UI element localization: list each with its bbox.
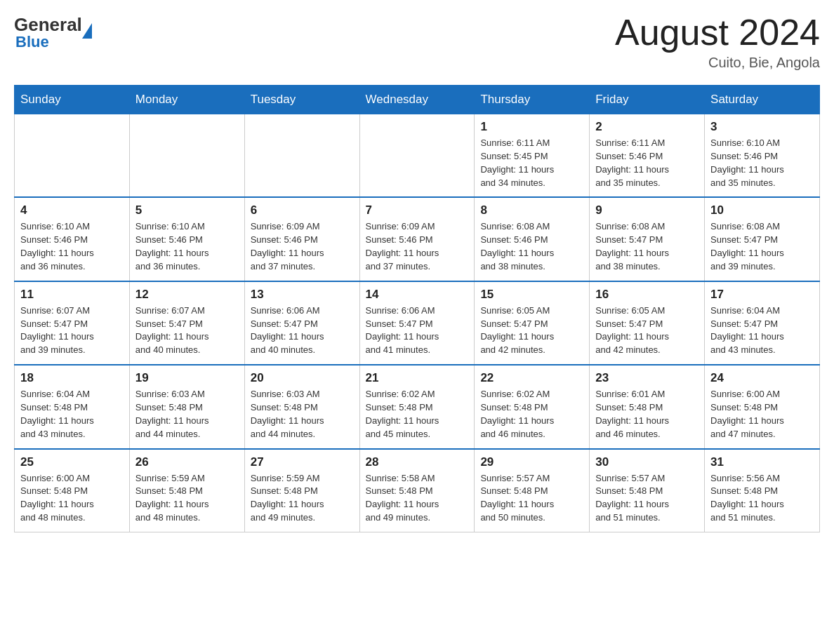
page-header: General Blue August 2024 Cuito, Bie, Ang… bbox=[14, 14, 820, 71]
day-number: 30 bbox=[595, 455, 699, 469]
day-info: Sunrise: 6:10 AM Sunset: 5:46 PM Dayligh… bbox=[135, 221, 209, 271]
calendar-day-cell: 21Sunrise: 6:02 AM Sunset: 5:48 PM Dayli… bbox=[359, 365, 475, 448]
day-number: 2 bbox=[595, 120, 699, 134]
day-info: Sunrise: 5:56 AM Sunset: 5:48 PM Dayligh… bbox=[710, 473, 784, 523]
day-info: Sunrise: 6:10 AM Sunset: 5:46 PM Dayligh… bbox=[20, 221, 94, 271]
day-number: 18 bbox=[20, 371, 124, 385]
day-number: 1 bbox=[480, 120, 583, 134]
logo: General Blue bbox=[14, 14, 92, 51]
day-info: Sunrise: 6:06 AM Sunset: 5:47 PM Dayligh… bbox=[251, 305, 324, 356]
calendar-day-cell: 20Sunrise: 6:03 AM Sunset: 5:48 PM Dayli… bbox=[244, 365, 359, 448]
calendar-week-row: 18Sunrise: 6:04 AM Sunset: 5:48 PM Dayli… bbox=[15, 365, 820, 448]
day-number: 9 bbox=[595, 203, 699, 217]
title-block: August 2024 Cuito, Bie, Angola bbox=[615, 14, 820, 71]
day-info: Sunrise: 6:07 AM Sunset: 5:47 PM Dayligh… bbox=[135, 305, 209, 356]
calendar-day-cell: 17Sunrise: 6:04 AM Sunset: 5:47 PM Dayli… bbox=[705, 281, 820, 365]
day-number: 7 bbox=[366, 203, 469, 217]
day-of-week-header: Monday bbox=[129, 86, 244, 114]
calendar-day-cell bbox=[129, 114, 244, 198]
day-number: 17 bbox=[710, 288, 814, 302]
calendar-day-cell: 7Sunrise: 6:09 AM Sunset: 5:46 PM Daylig… bbox=[359, 197, 475, 281]
calendar-day-cell: 10Sunrise: 6:08 AM Sunset: 5:47 PM Dayli… bbox=[705, 197, 820, 281]
day-info: Sunrise: 6:05 AM Sunset: 5:47 PM Dayligh… bbox=[480, 305, 554, 356]
calendar-week-row: 11Sunrise: 6:07 AM Sunset: 5:47 PM Dayli… bbox=[15, 281, 820, 365]
day-info: Sunrise: 6:03 AM Sunset: 5:48 PM Dayligh… bbox=[251, 389, 324, 439]
calendar-day-cell: 30Sunrise: 5:57 AM Sunset: 5:48 PM Dayli… bbox=[590, 449, 705, 532]
calendar-day-cell: 2Sunrise: 6:11 AM Sunset: 5:46 PM Daylig… bbox=[590, 114, 705, 198]
calendar-day-cell bbox=[359, 114, 475, 198]
day-info: Sunrise: 6:00 AM Sunset: 5:48 PM Dayligh… bbox=[710, 389, 784, 439]
calendar-day-cell: 8Sunrise: 6:08 AM Sunset: 5:46 PM Daylig… bbox=[475, 197, 590, 281]
day-info: Sunrise: 6:08 AM Sunset: 5:47 PM Dayligh… bbox=[710, 221, 784, 271]
day-number: 24 bbox=[710, 371, 814, 385]
day-number: 15 bbox=[480, 288, 583, 302]
calendar-day-cell: 23Sunrise: 6:01 AM Sunset: 5:48 PM Dayli… bbox=[590, 365, 705, 448]
calendar-day-cell: 31Sunrise: 5:56 AM Sunset: 5:48 PM Dayli… bbox=[705, 449, 820, 532]
day-info: Sunrise: 5:59 AM Sunset: 5:48 PM Dayligh… bbox=[135, 473, 209, 523]
calendar-day-cell: 24Sunrise: 6:00 AM Sunset: 5:48 PM Dayli… bbox=[705, 365, 820, 448]
calendar-day-cell: 3Sunrise: 6:10 AM Sunset: 5:46 PM Daylig… bbox=[705, 114, 820, 198]
day-info: Sunrise: 5:58 AM Sunset: 5:48 PM Dayligh… bbox=[366, 473, 439, 523]
day-number: 8 bbox=[480, 203, 583, 217]
day-of-week-header: Thursday bbox=[475, 86, 590, 114]
calendar-day-cell: 11Sunrise: 6:07 AM Sunset: 5:47 PM Dayli… bbox=[15, 281, 130, 365]
calendar-day-cell: 4Sunrise: 6:10 AM Sunset: 5:46 PM Daylig… bbox=[15, 197, 130, 281]
calendar-day-cell: 28Sunrise: 5:58 AM Sunset: 5:48 PM Dayli… bbox=[359, 449, 475, 532]
day-number: 28 bbox=[366, 455, 469, 469]
day-info: Sunrise: 6:02 AM Sunset: 5:48 PM Dayligh… bbox=[480, 389, 554, 439]
day-number: 12 bbox=[135, 288, 239, 302]
day-number: 19 bbox=[135, 371, 239, 385]
day-info: Sunrise: 6:08 AM Sunset: 5:47 PM Dayligh… bbox=[595, 221, 669, 271]
day-info: Sunrise: 6:11 AM Sunset: 5:45 PM Dayligh… bbox=[480, 137, 554, 188]
calendar-day-cell: 6Sunrise: 6:09 AM Sunset: 5:46 PM Daylig… bbox=[244, 197, 359, 281]
day-of-week-header: Sunday bbox=[15, 86, 130, 114]
day-info: Sunrise: 5:57 AM Sunset: 5:48 PM Dayligh… bbox=[480, 473, 554, 523]
calendar-day-cell: 29Sunrise: 5:57 AM Sunset: 5:48 PM Dayli… bbox=[475, 449, 590, 532]
day-number: 20 bbox=[251, 371, 354, 385]
calendar-day-cell: 5Sunrise: 6:10 AM Sunset: 5:46 PM Daylig… bbox=[129, 197, 244, 281]
day-info: Sunrise: 6:09 AM Sunset: 5:46 PM Dayligh… bbox=[251, 221, 324, 271]
day-number: 21 bbox=[366, 371, 469, 385]
day-number: 27 bbox=[251, 455, 354, 469]
calendar-day-cell: 14Sunrise: 6:06 AM Sunset: 5:47 PM Dayli… bbox=[359, 281, 475, 365]
day-number: 6 bbox=[251, 203, 354, 217]
calendar-day-cell: 15Sunrise: 6:05 AM Sunset: 5:47 PM Dayli… bbox=[475, 281, 590, 365]
day-number: 29 bbox=[480, 455, 583, 469]
day-info: Sunrise: 6:10 AM Sunset: 5:46 PM Dayligh… bbox=[710, 137, 784, 188]
day-of-week-header: Saturday bbox=[705, 86, 820, 114]
day-info: Sunrise: 6:11 AM Sunset: 5:46 PM Dayligh… bbox=[595, 137, 669, 188]
calendar-week-row: 1Sunrise: 6:11 AM Sunset: 5:45 PM Daylig… bbox=[15, 114, 820, 198]
calendar-day-cell: 22Sunrise: 6:02 AM Sunset: 5:48 PM Dayli… bbox=[475, 365, 590, 448]
day-info: Sunrise: 6:00 AM Sunset: 5:48 PM Dayligh… bbox=[20, 473, 94, 523]
calendar-day-cell: 18Sunrise: 6:04 AM Sunset: 5:48 PM Dayli… bbox=[15, 365, 130, 448]
day-info: Sunrise: 6:08 AM Sunset: 5:46 PM Dayligh… bbox=[480, 221, 554, 271]
calendar-header-row: SundayMondayTuesdayWednesdayThursdayFrid… bbox=[15, 86, 820, 114]
calendar-day-cell: 13Sunrise: 6:06 AM Sunset: 5:47 PM Dayli… bbox=[244, 281, 359, 365]
day-number: 26 bbox=[135, 455, 239, 469]
calendar-week-row: 25Sunrise: 6:00 AM Sunset: 5:48 PM Dayli… bbox=[15, 449, 820, 532]
day-info: Sunrise: 5:57 AM Sunset: 5:48 PM Dayligh… bbox=[595, 473, 669, 523]
day-info: Sunrise: 5:59 AM Sunset: 5:48 PM Dayligh… bbox=[251, 473, 324, 523]
calendar-day-cell: 27Sunrise: 5:59 AM Sunset: 5:48 PM Dayli… bbox=[244, 449, 359, 532]
calendar-day-cell bbox=[15, 114, 130, 198]
day-info: Sunrise: 6:04 AM Sunset: 5:48 PM Dayligh… bbox=[20, 389, 94, 439]
day-number: 4 bbox=[20, 203, 124, 217]
day-number: 23 bbox=[595, 371, 699, 385]
day-of-week-header: Tuesday bbox=[244, 86, 359, 114]
calendar-table: SundayMondayTuesdayWednesdayThursdayFrid… bbox=[14, 85, 820, 532]
calendar-week-row: 4Sunrise: 6:10 AM Sunset: 5:46 PM Daylig… bbox=[15, 197, 820, 281]
day-info: Sunrise: 6:09 AM Sunset: 5:46 PM Dayligh… bbox=[366, 221, 439, 271]
day-info: Sunrise: 6:02 AM Sunset: 5:48 PM Dayligh… bbox=[366, 389, 439, 439]
calendar-day-cell: 9Sunrise: 6:08 AM Sunset: 5:47 PM Daylig… bbox=[590, 197, 705, 281]
day-of-week-header: Friday bbox=[590, 86, 705, 114]
day-number: 5 bbox=[135, 203, 239, 217]
day-number: 22 bbox=[480, 371, 583, 385]
day-number: 13 bbox=[251, 288, 354, 302]
day-number: 31 bbox=[710, 455, 814, 469]
day-number: 14 bbox=[366, 288, 469, 302]
calendar-day-cell: 26Sunrise: 5:59 AM Sunset: 5:48 PM Dayli… bbox=[129, 449, 244, 532]
month-title: August 2024 bbox=[615, 14, 820, 51]
calendar-day-cell: 12Sunrise: 6:07 AM Sunset: 5:47 PM Dayli… bbox=[129, 281, 244, 365]
calendar-day-cell: 16Sunrise: 6:05 AM Sunset: 5:47 PM Dayli… bbox=[590, 281, 705, 365]
location: Cuito, Bie, Angola bbox=[615, 55, 820, 71]
